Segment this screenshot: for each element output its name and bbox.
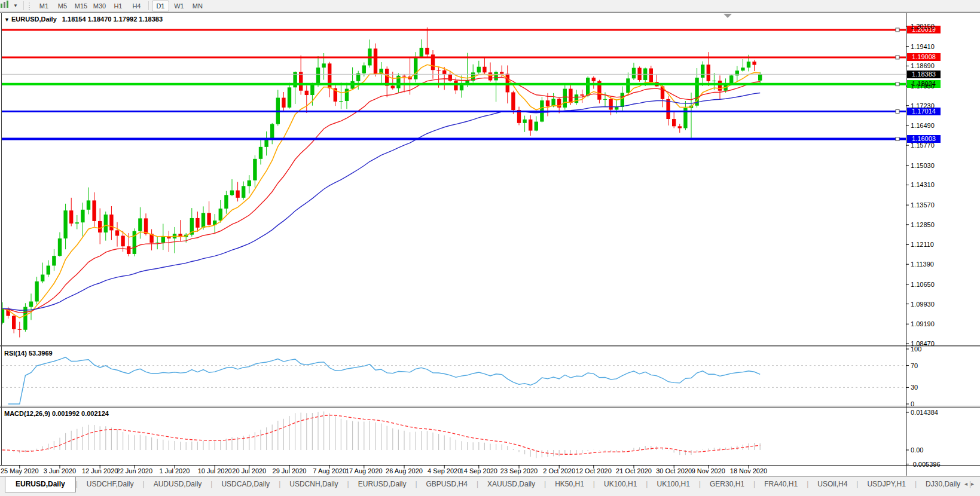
candle-body — [69, 210, 73, 223]
time-label: 29 Jul 2020 — [273, 467, 307, 474]
candle-body — [299, 72, 303, 90]
candle-body — [35, 281, 38, 302]
candle-body — [546, 100, 549, 106]
candle-body — [735, 71, 739, 75]
tab-eurusd-daily-active[interactable]: EURUSD,Daily — [5, 477, 76, 492]
candle-body — [18, 329, 22, 330]
candle-body — [454, 81, 457, 90]
candle-body — [592, 78, 596, 81]
macd-tick-0.00: 0.00 — [911, 446, 923, 454]
price-tick-1.15770: 1.15770 — [911, 142, 935, 149]
candle-body — [448, 74, 452, 80]
bottom-tab-hk50-h1[interactable]: HK50,H1 — [546, 477, 593, 492]
bottom-tab-usdjpy-h1[interactable]: USDJPY,H1 — [858, 477, 914, 492]
candle-body — [575, 94, 578, 103]
time-label: 2 Oct 2020 — [543, 467, 575, 474]
candle-body — [109, 215, 113, 230]
bottom-tab-usdcnh-daily[interactable]: USDCNH,Daily — [280, 477, 347, 492]
candle-body — [425, 48, 429, 54]
candle-body — [259, 147, 262, 159]
candle-body — [1, 308, 4, 323]
candle-body — [580, 94, 584, 96]
hline-handle[interactable] — [896, 110, 899, 114]
price-tick-1.17950: 1.17950 — [911, 82, 935, 90]
candle-body — [144, 218, 148, 234]
candle-body — [155, 243, 159, 243]
bottom-tab-ger30-h1[interactable]: GER30,H1 — [701, 477, 753, 492]
hline-handle[interactable] — [896, 82, 899, 86]
bottom-tab-uk100-h1[interactable]: UK100,H1 — [595, 477, 646, 492]
rsi-tick-70: 70 — [911, 362, 918, 369]
price-tick-1.18690: 1.18690 — [911, 62, 935, 69]
bottom-tab-dj30-daily[interactable]: DJ30,Daily — [917, 477, 969, 492]
candle-body — [489, 72, 492, 80]
candle-body — [87, 200, 90, 209]
hline-handle[interactable] — [896, 137, 899, 141]
bottom-tab-usdchf-daily[interactable]: USDCHF,Daily — [78, 477, 143, 492]
price-tag-1.18383: 1.18383 — [907, 71, 941, 78]
time-label: 21 Oct 2020 — [616, 467, 652, 474]
candle-body — [420, 48, 423, 57]
candle-body — [270, 124, 274, 140]
price-tick-1.16490: 1.16490 — [911, 122, 935, 129]
bottom-tab-usoil-h4[interactable]: USOil,H4 — [808, 477, 856, 492]
candle-body — [374, 48, 377, 74]
bottom-tab-audusd-daily[interactable]: AUDUSD,Daily — [145, 477, 211, 492]
tab-scroll-left-icon[interactable]: ◂ — [964, 480, 971, 487]
candle-body — [712, 81, 716, 81]
bottom-tab-fra40-h1[interactable]: FRA40,H1 — [755, 477, 807, 492]
candle-body — [92, 200, 96, 221]
candle-body — [310, 84, 314, 95]
time-label: 4 Sep 2020 — [428, 467, 461, 474]
time-label: 17 Aug 2020 — [346, 467, 383, 474]
tab-scroll-right-icon[interactable]: ▸ — [971, 480, 978, 487]
candle-body — [41, 275, 44, 281]
candle-body — [282, 98, 285, 108]
macd-histogram — [2, 411, 760, 458]
symbol-dropdown-caret-icon[interactable]: ▼ — [4, 17, 10, 23]
candle-body — [115, 230, 119, 235]
macd-pane-label: MACD(12,26,9) 0.001992 0.002124 — [4, 410, 109, 417]
bottom-tab-gbpusd-h4[interactable]: GBPUSD,H4 — [417, 477, 477, 492]
candle-body — [345, 89, 349, 101]
chart-canvas[interactable] — [0, 0, 980, 476]
chart-ohlc-values: 1.18154 1.18470 1.17992 1.18383 — [62, 16, 163, 23]
rsi-pane-label: RSI(14) 53.3969 — [4, 350, 53, 357]
candle-body — [402, 76, 406, 76]
chart-symbol-label: EURUSD,Daily — [11, 16, 57, 23]
macd-tick-0.014384: 0.014384 — [911, 409, 938, 416]
candle-body — [63, 210, 67, 238]
candle-body — [483, 67, 486, 73]
rsi-line — [8, 357, 761, 404]
candle-body — [729, 75, 733, 84]
candle-body — [264, 140, 268, 147]
hline-handle[interactable] — [896, 56, 899, 59]
candle-body — [615, 107, 618, 110]
candle-body — [224, 195, 228, 209]
candle-body — [535, 122, 538, 131]
candle-body — [666, 99, 670, 119]
rsi-tick-100: 100 — [911, 345, 921, 353]
bottom-tab-xauusd-daily[interactable]: XAUUSD,Daily — [478, 477, 544, 492]
time-label: 3 Jun 2020 — [44, 467, 76, 474]
price-tick-1.12110: 1.12110 — [911, 241, 934, 248]
bottom-tab-usdcad-daily[interactable]: USDCAD,Daily — [212, 477, 279, 492]
candle-body — [511, 92, 515, 110]
price-tick-1.17230: 1.17230 — [911, 102, 935, 109]
candle-body — [442, 71, 446, 75]
time-label: 14 Sep 2020 — [460, 467, 497, 474]
candle-body — [523, 120, 526, 123]
candle-body — [121, 235, 124, 246]
candle-body — [47, 266, 50, 275]
price-tick-1.10650: 1.10650 — [911, 281, 935, 288]
bottom-tab-eurusd-daily[interactable]: EURUSD,Daily — [349, 477, 416, 492]
candle-body — [672, 119, 676, 126]
hline-handle[interactable] — [896, 28, 899, 32]
candle-body — [609, 99, 612, 110]
candle-body — [316, 68, 320, 84]
chart-shift-marker — [723, 14, 732, 18]
time-label: 18 Nov 2020 — [730, 467, 767, 474]
bottom-tab-uk100-h1[interactable]: UK100,H1 — [648, 477, 698, 492]
price-tick-1.20150: 1.20150 — [911, 23, 935, 30]
trading-terminal-window: ▼ M1M5M15M30H1H4D1W1MN ▼ EURUSD,Daily 1.… — [0, 0, 980, 496]
